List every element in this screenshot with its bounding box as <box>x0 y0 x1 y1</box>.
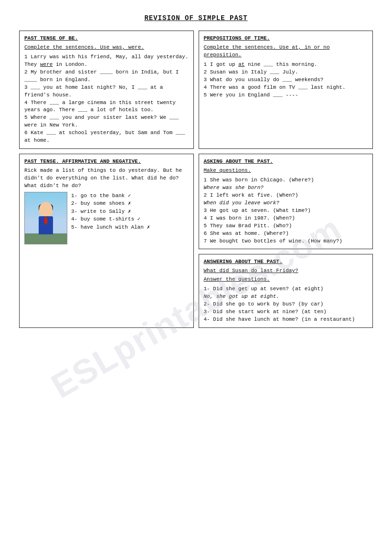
list-item: 4 There ___ a large cinema in this stree… <box>24 99 189 115</box>
list-item: 2- buy some shoes ✗ <box>71 200 150 208</box>
list-item: 5 Where ___ you and your sister last wee… <box>24 114 189 129</box>
list-item: 1 She was born in Chicago. (Where?) <box>204 177 368 184</box>
list-item: 3- Did she start work at nine? (at ten) <box>204 308 368 316</box>
answering-subtitle: Answer the questions. <box>204 276 368 284</box>
bottom-grid: PAST TENSE. AFFIRMATIVE AND NEGATIVE. Ri… <box>19 154 373 328</box>
asking-subtitle: Make questions. <box>204 167 368 175</box>
list-item: 2- Did she go to work by bus? (by car) <box>204 301 368 308</box>
past-tense-be-title: PAST TENSE OF BE. <box>24 35 189 42</box>
list-item-answer: When did you leave work? <box>204 200 368 207</box>
past-tense-be-subtitle: Complete the sentences. Use was, were. <box>24 44 189 52</box>
prepositions-title: PREPOSITIONS OF TIME. <box>204 35 368 42</box>
list-item: 3- write to Sally ✗ <box>71 208 150 216</box>
person-illustration <box>24 192 67 244</box>
prepositions-subtitle: Complete the sentences. Use at, in or no… <box>204 44 368 59</box>
asking-about-past-box: ASKING ABOUT THE PAST. Make questions. 1… <box>199 154 373 249</box>
list-item: 1 I got up at nine ___ this morning. <box>204 61 368 69</box>
past-tense-be-box: PAST TENSE OF BE. Complete the sentences… <box>19 31 194 149</box>
bottom-right-col: ASKING ABOUT THE PAST. Make questions. 1… <box>199 154 373 328</box>
list-item: 7 We bought two bottles of wine. (How ma… <box>204 238 368 245</box>
prepositions-box: PREPOSITIONS OF TIME. Complete the sente… <box>199 31 373 149</box>
affirmative-negative-box: PAST TENSE. AFFIRMATIVE AND NEGATIVE. Ri… <box>19 154 194 328</box>
answering-about-past-box: ANSWERING ABOUT THE PAST. What did Susan… <box>199 254 373 328</box>
page-title: REVISION OF SIMPLE PAST <box>19 14 373 22</box>
list-item: 4- Did she have lunch at home? (in a res… <box>204 316 368 324</box>
list-item: 1 Larry was with his friend, May, all da… <box>24 53 189 69</box>
prepositions-content: 1 I got up at nine ___ this morning. 2 S… <box>204 61 368 99</box>
list-item: 4- buy some t-shirts ✓ <box>71 215 150 223</box>
affirmative-intro: Rick made a list of things to do yesterd… <box>24 167 189 190</box>
list-item: 2 I left work at five. (When?) <box>204 192 368 200</box>
list-item: 1- Did she get up at seven? (at eight) <box>204 285 368 293</box>
list-item: 4 There was a good film on TV ___ last n… <box>204 84 368 92</box>
head <box>39 202 53 217</box>
list-item: 3 ___ you at home last night? No, I ___ … <box>24 84 189 99</box>
affirmative-title: PAST TENSE. AFFIRMATIVE AND NEGATIVE. <box>24 158 189 166</box>
list-item-answer: No, she got up at eight. <box>204 293 368 301</box>
past-tense-be-content: 1 Larry was with his friend, May, all da… <box>24 53 189 145</box>
list-item-answer: Where was she born? <box>204 184 368 192</box>
list-item: 6 She was at home. (Where?) <box>204 230 368 238</box>
list-item: 5- have lunch with Alan ✗ <box>71 223 150 232</box>
ground-bg <box>25 233 67 244</box>
list-item: 2 Susan was in Italy ___ July. <box>204 69 368 76</box>
list-item: 3 What do you usually do ___ weekends? <box>204 76 368 84</box>
affirmative-inner: 1- go to the bank ✓ 2- buy some shoes ✗ … <box>24 192 189 244</box>
list-item: 2 My brother and sister ____ born in Ind… <box>24 69 189 84</box>
answering-title: ANSWERING ABOUT THE PAST. <box>204 258 368 266</box>
list-item: 5 They saw Brad Pitt. (Who?) <box>204 222 368 230</box>
list-item: 3 He got up at seven. (What time?) <box>204 207 368 215</box>
list-item: 1- go to the bank ✓ <box>71 192 150 200</box>
list-items-right: 1- go to the bank ✓ 2- buy some shoes ✗ … <box>71 192 150 244</box>
list-item: 6 Kate ___ at school yesterday, but Sam … <box>24 129 189 145</box>
list-item: 4 I was born in 1987. (When?) <box>204 215 368 222</box>
top-grid: PAST TENSE OF BE. Complete the sentences… <box>19 31 373 149</box>
asking-title: ASKING ABOUT THE PAST. <box>204 158 368 166</box>
list-item: 5 Were you in England ___ ---- <box>204 92 368 99</box>
answering-question: What did Susan do last Friday? <box>204 267 368 275</box>
